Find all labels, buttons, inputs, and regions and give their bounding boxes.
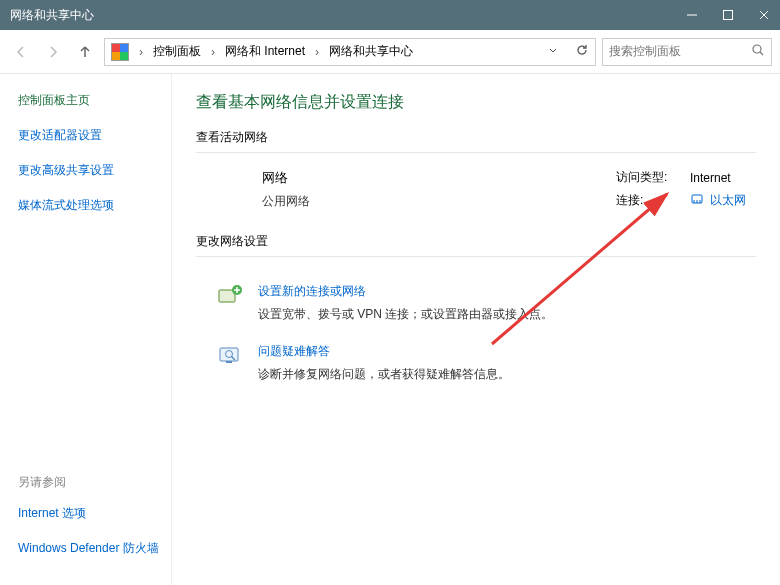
setup-connection-title: 设置新的连接或网络: [258, 283, 553, 300]
search-input[interactable]: 搜索控制面板: [602, 38, 772, 66]
ethernet-icon: [690, 192, 704, 209]
active-network-info: 网络 公用网络: [262, 169, 310, 215]
nav-back-button[interactable]: [8, 39, 34, 65]
breadcrumb-item[interactable]: 控制面板: [153, 43, 201, 60]
access-type-label: 访问类型:: [616, 169, 672, 186]
svg-line-5: [760, 52, 763, 55]
svg-rect-12: [220, 348, 238, 361]
nav-up-button[interactable]: [72, 39, 98, 65]
control-panel-icon: [111, 43, 129, 61]
search-placeholder: 搜索控制面板: [609, 43, 681, 60]
setup-connection-desc: 设置宽带、拨号或 VPN 连接；或设置路由器或接入点。: [258, 306, 553, 323]
svg-rect-1: [724, 11, 733, 20]
active-networks-label: 查看活动网络: [196, 129, 756, 153]
nav-forward-button[interactable]: [40, 39, 66, 65]
change-settings-label: 更改网络设置: [196, 233, 756, 257]
ethernet-link-label: 以太网: [710, 192, 746, 209]
address-bar[interactable]: › 控制面板 › 网络和 Internet › 网络和共享中心: [104, 38, 596, 66]
troubleshoot-title: 问题疑难解答: [258, 343, 510, 360]
setup-connection-icon: [216, 283, 244, 309]
window-title: 网络和共享中心: [10, 7, 94, 24]
see-also-defender-firewall[interactable]: Windows Defender 防火墙: [18, 540, 159, 557]
sidebar-home-link[interactable]: 控制面板主页: [18, 92, 171, 109]
see-also-internet-options[interactable]: Internet 选项: [18, 505, 159, 522]
network-name: 网络: [262, 169, 310, 187]
svg-rect-13: [226, 361, 232, 363]
sidebar-link-media[interactable]: 媒体流式处理选项: [18, 197, 171, 214]
content-area: 控制面板主页 更改适配器设置 更改高级共享设置 媒体流式处理选项 另请参阅 In…: [0, 74, 780, 585]
dropdown-chevron-icon[interactable]: [547, 44, 559, 59]
sidebar: 控制面板主页 更改适配器设置 更改高级共享设置 媒体流式处理选项 另请参阅 In…: [0, 74, 172, 585]
window-controls: [686, 9, 770, 21]
ethernet-link[interactable]: 以太网: [690, 192, 746, 209]
close-button[interactable]: [758, 9, 770, 21]
page-heading: 查看基本网络信息并设置连接: [196, 92, 756, 113]
sidebar-see-also: 另请参阅 Internet 选项 Windows Defender 防火墙: [18, 474, 159, 575]
sidebar-link-adapter[interactable]: 更改适配器设置: [18, 127, 171, 144]
active-network-row: 网络 公用网络 访问类型: Internet 连接: 以太网: [196, 169, 756, 233]
breadcrumb-item[interactable]: 网络和 Internet: [225, 43, 305, 60]
svg-point-4: [753, 45, 761, 53]
toolbar: › 控制面板 › 网络和 Internet › 网络和共享中心 搜索控制面板: [0, 30, 780, 74]
chevron-right-icon: ›: [139, 45, 143, 59]
sidebar-link-sharing[interactable]: 更改高级共享设置: [18, 162, 171, 179]
setup-connection-item[interactable]: 设置新的连接或网络 设置宽带、拨号或 VPN 连接；或设置路由器或接入点。: [196, 273, 756, 333]
main-panel: 查看基本网络信息并设置连接 查看活动网络 网络 公用网络 访问类型: Inter…: [172, 74, 780, 585]
search-icon: [751, 43, 765, 60]
minimize-button[interactable]: [686, 9, 698, 21]
network-category: 公用网络: [262, 193, 310, 210]
maximize-button[interactable]: [722, 9, 734, 21]
troubleshoot-icon: [216, 343, 244, 369]
breadcrumb-item[interactable]: 网络和共享中心: [329, 43, 413, 60]
chevron-right-icon: ›: [211, 45, 215, 59]
title-bar: 网络和共享中心: [0, 0, 780, 30]
chevron-right-icon: ›: [315, 45, 319, 59]
active-network-details: 访问类型: Internet 连接: 以太网: [616, 169, 746, 215]
refresh-button[interactable]: [575, 43, 589, 60]
access-type-value: Internet: [690, 171, 731, 185]
troubleshoot-desc: 诊断并修复网络问题，或者获得疑难解答信息。: [258, 366, 510, 383]
troubleshoot-item[interactable]: 问题疑难解答 诊断并修复网络问题，或者获得疑难解答信息。: [196, 333, 756, 393]
connection-label: 连接:: [616, 192, 672, 209]
see-also-header: 另请参阅: [18, 474, 159, 491]
